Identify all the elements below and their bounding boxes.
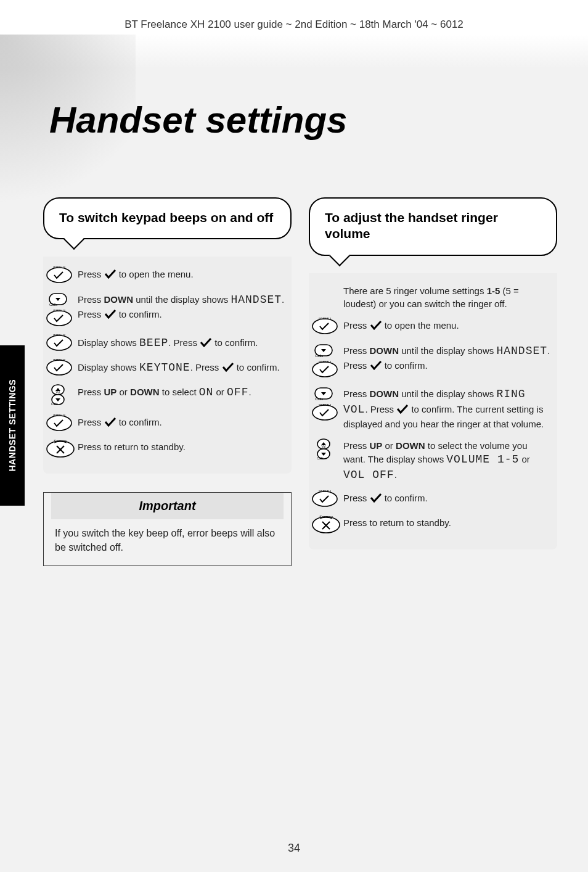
list-item: Press DOWN until the display shows HANDS… [309,339,557,382]
check-mark-icon [104,309,116,319]
step-text: or [519,454,530,464]
left-heading-text: To switch keypad beeps on and off [59,210,276,226]
step-text: Press [78,294,104,305]
down-label: DOWN [130,387,160,397]
list-item: Press DOWN until the display shows RING … [309,382,557,434]
note-body: If you switch the key beep off, error be… [44,527,291,554]
right-heading-text: To adjust the handset ringer volume [325,210,541,242]
up-down-rocker-icon [311,438,336,461]
bubble-tail-icon [329,245,350,266]
check-mark-icon [396,404,409,414]
step-text: Press to return to standby. [78,439,285,453]
step-text: Press to return to standby. [343,515,551,529]
lcd-text: HANDSET [496,345,547,357]
step-text: or [382,440,396,451]
step-text: . [248,387,251,397]
check-mark-icon [104,269,116,279]
step-text: Press [78,387,104,397]
left-heading-bubble: To switch keypad beeps on and off [43,197,292,239]
down-label: DOWN [396,440,425,451]
section-tab: HANDSET SETTINGS [0,345,25,506]
list-item: There are 5 ringer volume settings 1-5 (… [309,279,557,314]
section-tab-label: HANDSET SETTINGS [7,379,17,472]
list-item: Press to open the menu. [43,263,292,287]
up-label: UP [370,440,383,451]
lcd-text: HANDSET [231,294,282,306]
step-text: There are 5 ringer volume settings [343,286,487,296]
step-text: until the display shows [399,345,496,356]
secrecy-x-button-icon [311,515,341,535]
lcd-text: BEEP [139,337,168,349]
step-text: Press [343,440,370,451]
list-item: Press UP or DOWN to select ON or OFF. [43,380,292,411]
menu-check-button-icon [46,359,73,376]
bubble-tail-icon [63,229,84,250]
check-mark-icon [370,493,382,503]
check-mark-icon [370,320,382,330]
range-label: 1-5 [487,286,500,296]
check-mark-icon [222,362,234,372]
down-label: DOWN [104,294,134,305]
step-text: or [213,387,227,397]
check-mark-icon [370,360,382,370]
note-title-bar: Important [51,493,284,519]
left-steps: Press to open the menu. Press DOWN until… [43,257,292,474]
right-steps: There are 5 ringer volume settings 1-5 (… [309,273,557,550]
list-item: Press to open the menu. [309,314,557,339]
step-text: until the display shows [399,389,496,399]
list-item: Press to confirm. [43,411,292,435]
two-column-layout: To switch keypad beeps on and off Press … [43,197,557,566]
up-down-rocker-icon [46,384,70,407]
menu-check-button-icon [46,310,73,327]
menu-check-button-icon [311,404,338,421]
note-title: Important [139,499,195,512]
menu-check-button-icon [311,490,338,508]
down-label: DOWN [370,389,399,399]
step-text: Display shows [78,362,139,372]
lcd-text: OFF [227,386,248,398]
secrecy-x-button-icon [46,439,75,459]
list-item: Display shows BEEP. Press to confirm. [43,331,292,355]
step-text: Press [343,389,370,399]
lcd-text: VOLUME 1-5 [446,453,519,466]
menu-check-button-icon [46,334,73,352]
step-text: to select [160,387,199,397]
menu-check-button-icon [311,361,338,378]
page-title: Handset settings [49,99,347,141]
step-text: Press [343,345,370,356]
step-text: Display shows [78,337,139,348]
right-column: To adjust the handset ringer volume Ther… [309,197,557,566]
list-item: Press to confirm. [309,487,557,511]
right-heading-bubble: To adjust the handset ringer volume [309,197,557,256]
up-label: UP [104,387,117,397]
down-button-icon [46,291,70,307]
lcd-text: ON [199,386,214,398]
menu-check-button-icon [311,318,338,335]
lcd-text: VOL OFF [343,469,394,481]
step-text: . [394,469,397,480]
down-label: DOWN [370,345,399,356]
important-note-box: Important If you switch the key beep off… [43,492,292,566]
check-mark-icon [200,337,212,347]
list-item: Press DOWN until the display shows HANDS… [43,287,292,331]
document-page: { "header_line": "BT Freelance XH 2100 u… [0,0,588,872]
menu-check-button-icon [46,266,73,284]
lcd-text: KEYTONE [139,361,190,374]
down-button-icon [311,342,336,358]
list-item: Press UP or DOWN to select the volume yo… [309,434,557,487]
page-number: 34 [0,842,588,855]
left-column: To switch keypad beeps on and off Press … [43,197,292,566]
list-item: Display shows KEYTONE. Press to confirm. [43,355,292,380]
doc-header-line: BT Freelance XH 2100 user guide ~ 2nd Ed… [0,19,588,31]
step-text: until the display shows [133,294,231,305]
down-button-icon [311,385,336,401]
check-mark-icon [104,417,116,427]
step-text: or [116,387,130,397]
menu-check-button-icon [46,414,73,432]
list-item: Press to return to standby. [43,435,292,463]
list-item: Press to return to standby. [309,511,557,538]
